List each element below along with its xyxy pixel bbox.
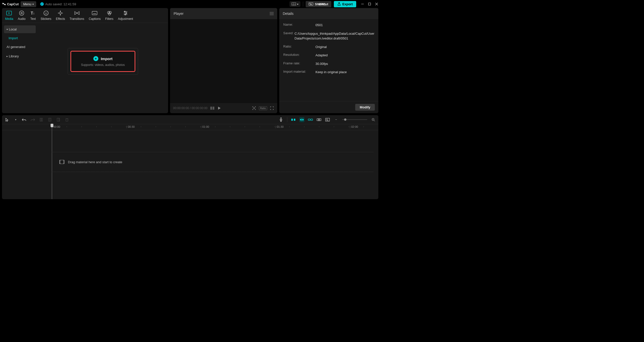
media-panel: Media Audio TI Text Stickers Effects Tra… [2,8,168,113]
export-button[interactable]: Export [334,1,356,7]
menu-button[interactable]: Menu ▾ [21,1,36,7]
magnet-snap-button[interactable] [299,117,304,122]
autosave-status: ✓ Auto saved: 12:41:59 [40,2,76,6]
player-timecode: 00:00:00:00 / 00:00:00:00 [173,106,208,110]
tab-text[interactable]: TI Text [30,10,36,23]
split-tool[interactable] [39,117,44,122]
cursor-dropdown[interactable]: ▾ [13,117,18,122]
sidebar-item-local[interactable]: ▾Local [4,25,36,33]
maximize-button[interactable] [368,2,371,6]
chevron-down-icon: ▾ [297,3,298,6]
svg-point-18 [45,12,46,13]
svg-rect-32 [213,107,214,110]
detail-row-saved: Saved:C:/Users/topgus_thinkpad/AppData/L… [283,31,374,41]
drop-hint: Drag material here and start to create [68,160,122,164]
svg-rect-46 [300,119,301,120]
focus-icon[interactable] [252,106,256,110]
check-icon: ✓ [40,2,44,6]
zoom-out-button[interactable]: − [334,117,339,122]
player-panel: Player 00:00:00:00 / 00:00:00:00 Ratio [170,8,277,113]
svg-point-19 [47,12,47,13]
svg-rect-38 [57,118,60,121]
import-dropzone[interactable]: + Import Supports: videos, audios, photo… [68,48,138,75]
svg-rect-5 [310,3,311,4]
caret-right-icon: ▸ [7,55,8,58]
details-panel: Details Name:0501 Saved:C:/Users/topgus_… [279,8,378,113]
split-left-tool[interactable] [47,117,52,122]
player-controls: 00:00:00:00 / 00:00:00:00 Ratio [170,103,277,113]
chevron-down-icon: ▾ [32,3,34,6]
divider [303,2,303,7]
import-title: Import [101,57,113,61]
timeline-ruler[interactable]: 00:00 00:30 01:00 01:30 02:00 [2,124,378,130]
timeline-toolbar: ▾ − [2,115,378,124]
divider [287,117,287,122]
svg-rect-50 [317,119,318,121]
transitions-icon [74,10,80,16]
tab-filters[interactable]: Filters [105,10,113,23]
layout-button[interactable]: ▾ [290,1,300,7]
compare-icon[interactable] [210,106,215,110]
timeline-panel: ▾ − 00:00 00:30 01:00 01:30 02:00 Drag m… [2,115,378,199]
tab-audio[interactable]: Audio [18,10,26,23]
tab-effects[interactable]: Effects [56,10,65,23]
sidebar-item-library[interactable]: ▸Library [4,52,36,60]
svg-text:I: I [33,12,34,15]
split-right-tool[interactable] [56,117,61,122]
details-title: Details [283,12,294,16]
modify-button[interactable]: Modify [355,104,375,111]
mic-button[interactable] [278,117,284,122]
effects-icon [57,10,63,16]
media-tabs: Media Audio TI Text Stickers Effects Tra… [2,8,168,23]
svg-rect-48 [308,119,310,120]
film-icon [59,160,64,164]
zoom-in-button[interactable] [371,117,376,122]
delete-tool[interactable] [64,117,69,122]
svg-rect-42 [280,118,281,120]
player-title: Player [174,12,184,16]
capcut-logo-icon [2,2,6,6]
link-button[interactable] [308,117,313,122]
titlebar: CapCut Menu ▾ ✓ Auto saved: 12:41:59 050… [0,0,380,8]
svg-rect-6 [311,3,311,4]
play-icon[interactable] [217,106,222,110]
sidebar-item-ai-generated[interactable]: AI generated [4,43,36,51]
timeline-body[interactable]: Drag material here and start to create [2,130,378,199]
tab-stickers[interactable]: Stickers [41,10,51,23]
ruler-tick: 01:00 [201,125,209,128]
svg-rect-43 [291,119,293,121]
svg-rect-44 [294,119,295,121]
zoom-fit-button[interactable] [325,117,330,122]
redo-button[interactable] [30,117,35,122]
tab-transitions[interactable]: Transitions [70,10,84,23]
cursor-tool[interactable] [5,117,10,122]
caret-down-icon: ▾ [7,28,8,31]
close-button[interactable] [375,2,378,6]
keyboard-icon [309,3,313,6]
export-icon [337,2,341,6]
svg-text:T: T [31,11,33,15]
undo-button[interactable] [22,117,27,122]
fullscreen-icon[interactable] [270,106,274,110]
plus-icon: + [93,56,98,61]
detail-row-name: Name:0501 [283,23,374,28]
sidebar-item-import[interactable]: Import [4,35,36,41]
ruler-tick: 02:00 [350,125,358,128]
tab-captions[interactable]: Captions [89,10,101,23]
svg-rect-31 [210,107,212,110]
svg-rect-9 [369,3,371,5]
import-subtitle: Supports: videos, audios, photos [74,63,132,67]
timeline-track-drop[interactable]: Drag material here and start to create [52,152,373,172]
tab-adjustment[interactable]: Adjustment [118,10,133,23]
minimize-button[interactable] [361,2,364,6]
preview-cut-button[interactable] [316,117,321,122]
panel-menu-icon[interactable] [270,12,274,15]
ratio-button[interactable]: Ratio [259,106,267,110]
svg-rect-4 [309,3,310,4]
app-name: CapCut [7,2,19,6]
magnet-main-button[interactable] [291,117,296,122]
svg-line-57 [374,120,375,121]
tab-media[interactable]: Media [5,10,13,23]
detail-row-resolution: Resolution:Adapted [283,53,374,58]
zoom-slider[interactable] [342,119,367,120]
